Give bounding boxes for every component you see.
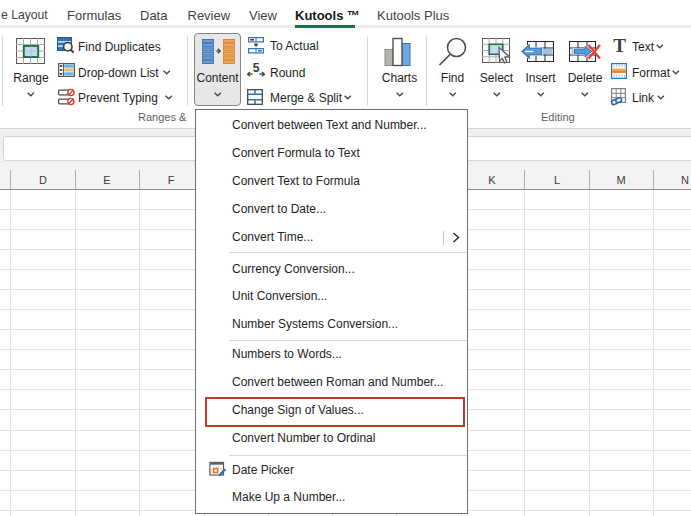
svg-text:T: T [613, 35, 626, 56]
svg-text:5: 5 [253, 61, 260, 75]
